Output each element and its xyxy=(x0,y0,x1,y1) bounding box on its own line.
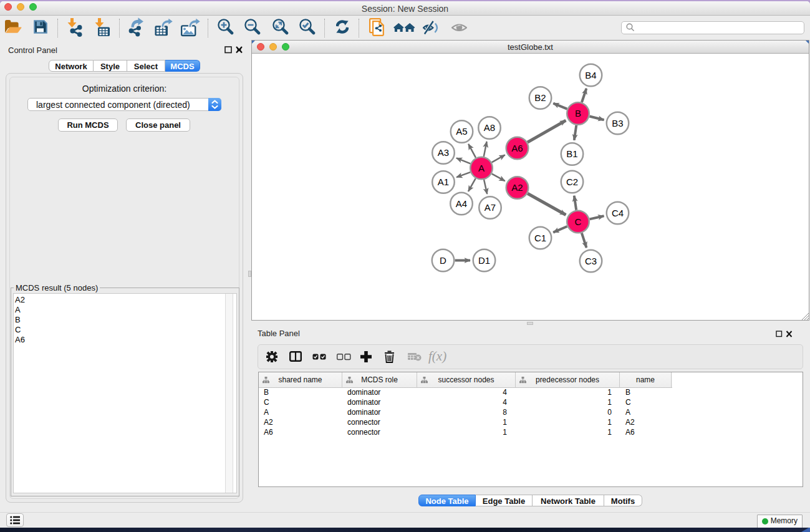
svg-text:A1: A1 xyxy=(438,177,449,187)
svg-text:D: D xyxy=(440,255,446,266)
svg-text:C2: C2 xyxy=(566,177,578,187)
svg-text:A6: A6 xyxy=(511,143,523,153)
svg-text:C: C xyxy=(575,216,582,227)
svg-text:D1: D1 xyxy=(478,255,490,266)
svg-text:A3: A3 xyxy=(438,147,449,158)
svg-text:A8: A8 xyxy=(484,122,495,133)
svg-text:A4: A4 xyxy=(456,198,467,209)
svg-text:A2: A2 xyxy=(511,182,523,193)
svg-text:C1: C1 xyxy=(534,233,546,243)
svg-text:B: B xyxy=(575,108,581,118)
svg-text:A7: A7 xyxy=(485,202,496,213)
svg-text:B2: B2 xyxy=(534,92,546,103)
svg-text:B3: B3 xyxy=(612,118,623,128)
svg-text:A5: A5 xyxy=(456,126,467,137)
svg-text:B4: B4 xyxy=(585,70,596,80)
svg-text:C4: C4 xyxy=(612,208,624,218)
svg-text:B1: B1 xyxy=(566,148,577,159)
svg-text:A: A xyxy=(478,163,485,173)
svg-text:C3: C3 xyxy=(585,256,597,266)
